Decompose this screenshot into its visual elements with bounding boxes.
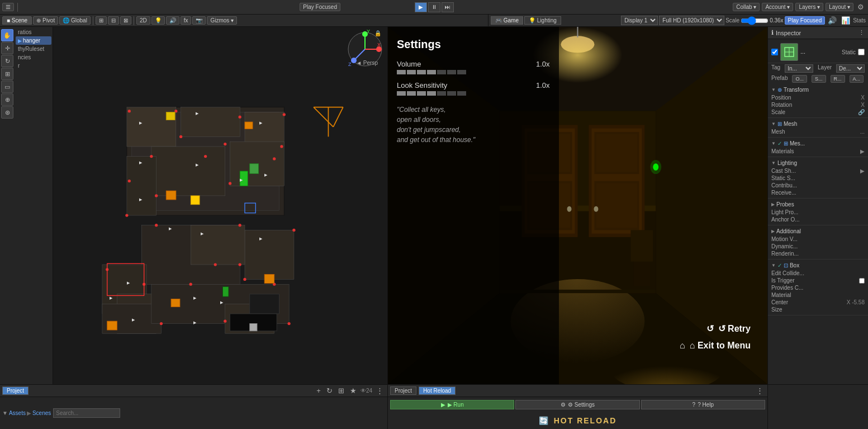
box-collider-enabled[interactable]: ✓ bbox=[777, 262, 782, 268]
2d-btn[interactable]: 2D bbox=[136, 16, 150, 25]
gizmos-scene-btn[interactable]: Gizmos ▾ bbox=[207, 16, 237, 25]
sidebar-item-r[interactable]: r bbox=[16, 62, 51, 70]
scene-view[interactable]: ▶ ▶ ▶ ▶ ▶ ▶ ▶ ▶ ▶ ▶ ▶ ▶ ▶ ▶ ▶ ▶ ▶ bbox=[53, 27, 387, 384]
object-active-checkbox[interactable] bbox=[771, 49, 778, 55]
custom-editor-icon[interactable]: ⊛ bbox=[1, 106, 13, 119]
prefab-apply-btn[interactable]: A... bbox=[850, 75, 864, 83]
settings-button[interactable]: ⚙ ⚙ Settings bbox=[515, 400, 639, 409]
move-tool-icon[interactable]: ✛ bbox=[1, 42, 13, 54]
run-button[interactable]: ▶ ▶ Run bbox=[390, 400, 514, 409]
hand-tool-icon[interactable]: ✋ bbox=[1, 29, 13, 41]
play-focused-btn[interactable]: Play Focused bbox=[300, 3, 340, 11]
play-button[interactable]: ▶ bbox=[415, 2, 427, 12]
size-row: Size bbox=[771, 306, 865, 313]
project-tab-hr[interactable]: Project bbox=[390, 386, 416, 395]
transform-header[interactable]: ▼ ⊕ Transform bbox=[771, 86, 865, 94]
sidebar-item-ncies[interactable]: ncies bbox=[16, 53, 51, 62]
sidebar-item-hanger[interactable]: ▶hanger bbox=[16, 36, 51, 45]
position-row: Position X bbox=[771, 94, 865, 101]
scene-tab[interactable]: ■ Scene bbox=[2, 16, 32, 25]
prefab-revert-btn[interactable]: R... bbox=[831, 75, 845, 83]
stats-icon[interactable]: 📊 bbox=[839, 16, 852, 25]
material-row: Material bbox=[771, 291, 865, 299]
sync-icon[interactable]: ↻ bbox=[325, 386, 334, 395]
static-checkbox[interactable] bbox=[858, 49, 865, 55]
is-trigger-checkbox[interactable] bbox=[859, 278, 865, 284]
step-button[interactable]: ⏭ bbox=[442, 2, 454, 12]
rect-tool-icon[interactable]: ▭ bbox=[1, 81, 13, 93]
pause-button[interactable]: ⏸ bbox=[428, 2, 440, 12]
resolution-select[interactable]: Full HD (1920x1080) bbox=[659, 16, 724, 25]
rotate-tool-icon[interactable]: ↻ bbox=[1, 55, 13, 67]
scenes-crumb[interactable]: Scenes bbox=[32, 410, 51, 416]
exit-icon: ⌂ bbox=[680, 341, 685, 351]
svg-rect-119 bbox=[633, 258, 650, 286]
vol-seg-7 bbox=[457, 70, 466, 74]
filter-icon[interactable]: ⊞ bbox=[336, 386, 346, 395]
svg-point-43 bbox=[239, 263, 241, 266]
transform-tool-icon[interactable]: ⊕ bbox=[1, 93, 13, 106]
help-button[interactable]: ? ? Help bbox=[641, 400, 765, 409]
exit-button[interactable]: ⌂ ⌂ Exit to Menu bbox=[680, 341, 751, 351]
collab-btn[interactable]: Collab ▾ bbox=[733, 3, 760, 11]
tag-layer-row: Tag In... Layer De... bbox=[768, 63, 868, 74]
display-select[interactable]: Display 1 bbox=[621, 16, 658, 25]
sidebar-item-ratios[interactable]: ratios bbox=[16, 28, 51, 36]
scene-gizmo[interactable]: Y X Z 🔒 ◄ Persp bbox=[345, 30, 385, 69]
audio-btn[interactable]: 🔊 bbox=[166, 16, 179, 25]
hamburger-menu[interactable]: ☰ bbox=[2, 3, 14, 11]
light-btn[interactable]: 💡 bbox=[151, 16, 165, 25]
sidebar-item-ruleset[interactable]: thyRuleset bbox=[16, 45, 51, 53]
camera-btn[interactable]: 📷 bbox=[192, 16, 206, 25]
lighting-section-header[interactable]: ▼ Lighting bbox=[771, 159, 865, 167]
assets-crumb[interactable]: Assets bbox=[9, 410, 26, 416]
snap-btn[interactable]: ⊟ bbox=[108, 16, 119, 25]
layers-btn[interactable]: Layers ▾ bbox=[795, 3, 823, 11]
mute-icon[interactable]: 🔊 bbox=[826, 16, 838, 25]
bookmark-icon[interactable]: ★ bbox=[348, 386, 358, 395]
lighting-tab[interactable]: 💡 Lighting bbox=[524, 16, 561, 25]
svg-text:X: X bbox=[377, 42, 381, 48]
anchor-label: Anchor O... bbox=[771, 216, 800, 223]
additional-header[interactable]: ▶ Additional bbox=[771, 227, 865, 235]
help-label: ? Help bbox=[698, 402, 714, 408]
play-focused-game-btn[interactable]: Play Focused bbox=[785, 16, 826, 25]
svg-rect-53 bbox=[250, 164, 259, 174]
vol-seg-2 bbox=[407, 70, 416, 74]
account-btn[interactable]: Account ▾ bbox=[762, 3, 793, 11]
global-btn[interactable]: 🌐 Global bbox=[59, 16, 91, 25]
prefab-select-btn[interactable]: S... bbox=[812, 75, 826, 83]
box-collider-header[interactable]: ▼ ✓ ⊡ Box bbox=[771, 261, 865, 270]
svg-point-39 bbox=[214, 263, 217, 266]
settings-icon[interactable]: ⚙ bbox=[856, 3, 866, 11]
prefab-open-btn[interactable]: O... bbox=[792, 75, 807, 83]
layer-select[interactable]: De... bbox=[836, 64, 865, 73]
tag-select[interactable]: In... bbox=[785, 64, 813, 73]
vol-seg-4 bbox=[427, 70, 436, 74]
layout-btn[interactable]: Layout ▾ bbox=[826, 3, 853, 11]
retry-button[interactable]: ↺ ↺ Retry bbox=[706, 323, 751, 334]
svg-point-28 bbox=[229, 182, 231, 185]
mesh-renderer-header[interactable]: ▼ ✓ ⊞ Mes... bbox=[771, 139, 865, 148]
mesh-renderer-enabled[interactable]: ✓ bbox=[777, 140, 782, 147]
search-input[interactable] bbox=[53, 408, 120, 418]
grid-btn[interactable]: ⊞ bbox=[96, 16, 107, 25]
probes-header[interactable]: ▶ Probes bbox=[771, 200, 865, 209]
cast-shadows-label: Cast Sh... bbox=[771, 168, 796, 174]
hr-menu-icon[interactable]: ⋮ bbox=[755, 386, 765, 395]
ruler-btn[interactable]: ⊠ bbox=[120, 16, 131, 25]
fx-btn[interactable]: fx bbox=[181, 16, 192, 25]
scale-tool-icon[interactable]: ⊞ bbox=[1, 68, 13, 80]
add-folder-icon[interactable]: + bbox=[315, 386, 322, 395]
center-x-value: X -5.58 bbox=[847, 299, 865, 305]
volume-row: Volume 1.0x bbox=[397, 60, 550, 74]
game-tab[interactable]: 🎮 Game bbox=[491, 16, 523, 25]
scale-slider[interactable] bbox=[741, 16, 769, 25]
project-tab[interactable]: Project bbox=[2, 386, 29, 395]
mesh-header[interactable]: ▼ ⊞ Mesh bbox=[771, 120, 865, 128]
breadcrumb-arrow-icon[interactable]: ▼ bbox=[2, 410, 8, 416]
inspector-menu-icon[interactable]: ⋮ bbox=[858, 29, 865, 36]
panel-options-icon[interactable]: ⋮ bbox=[374, 386, 385, 395]
pivot-btn[interactable]: ⊕ Pivot bbox=[33, 16, 58, 25]
hot-reload-tab[interactable]: Hot Reload bbox=[419, 386, 456, 395]
